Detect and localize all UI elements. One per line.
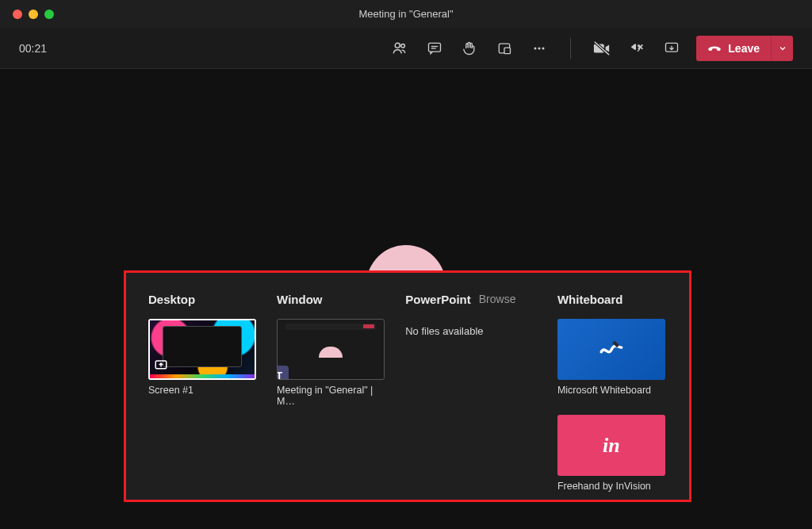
svg-point-8 <box>538 47 541 49</box>
camera-off-icon[interactable] <box>593 40 611 57</box>
share-content-tray: Desktop Screen #1 Window T Meeting in "G… <box>124 270 691 502</box>
share-window-item-1[interactable]: T <box>277 319 385 380</box>
share-overlay-icon <box>154 358 168 373</box>
share-column-whiteboard: Whiteboard Microsoft Whiteboard in Freeh… <box>557 289 667 492</box>
share-window-heading: Window <box>277 293 322 306</box>
chat-icon[interactable] <box>426 40 443 57</box>
share-desktop-heading: Desktop <box>148 293 195 306</box>
svg-point-0 <box>396 43 400 48</box>
maximize-window-button[interactable] <box>44 10 54 19</box>
more-actions-icon[interactable] <box>530 40 548 57</box>
share-column-powerpoint: PowerPoint Browse No files available <box>405 289 538 492</box>
leave-more-button[interactable] <box>771 36 793 61</box>
whiteboard-icon <box>598 336 625 363</box>
share-whiteboard-heading: Whiteboard <box>557 293 623 306</box>
invision-freehand-tile[interactable]: in <box>557 415 665 476</box>
close-window-button[interactable] <box>13 10 22 19</box>
microsoft-whiteboard-tile[interactable] <box>557 319 665 380</box>
separator <box>570 38 571 59</box>
svg-point-7 <box>534 47 537 49</box>
leave-button[interactable]: Leave <box>696 36 771 61</box>
participants-icon[interactable] <box>391 40 408 57</box>
hangup-icon <box>707 41 722 56</box>
raise-hand-icon[interactable] <box>461 40 478 57</box>
chevron-down-icon <box>778 44 787 53</box>
svg-rect-6 <box>504 48 511 53</box>
meeting-timer: 00:21 <box>19 42 47 55</box>
svg-rect-2 <box>429 43 441 52</box>
share-desktop-screen-1-label: Screen #1 <box>148 385 258 396</box>
svg-point-1 <box>401 44 405 48</box>
teams-app-icon: T <box>277 366 289 380</box>
window-traffic-lights <box>13 10 54 19</box>
leave-button-label: Leave <box>728 42 760 55</box>
invision-icon: in <box>603 434 620 458</box>
invision-freehand-label: Freehand by InVision <box>557 481 667 492</box>
meeting-controlbar: 00:21 <box>0 28 812 69</box>
titlebar: Meeting in "General" <box>0 0 812 28</box>
share-desktop-screen-1[interactable] <box>148 319 256 380</box>
share-column-window: Window T Meeting in "General" | M… <box>277 289 386 492</box>
share-column-desktop: Desktop Screen #1 <box>148 289 258 492</box>
browse-powerpoint-button[interactable]: Browse <box>479 293 516 305</box>
share-window-item-1-label: Meeting in "General" | M… <box>277 385 386 407</box>
share-screen-icon[interactable] <box>663 40 680 57</box>
mic-muted-icon[interactable] <box>628 40 645 57</box>
share-powerpoint-heading: PowerPoint <box>405 293 471 306</box>
minimize-window-button[interactable] <box>29 10 38 19</box>
window-title: Meeting in "General" <box>358 8 453 20</box>
microsoft-whiteboard-label: Microsoft Whiteboard <box>557 385 667 396</box>
powerpoint-empty-label: No files available <box>405 325 538 337</box>
breakout-rooms-icon[interactable] <box>496 40 513 57</box>
svg-point-9 <box>542 47 545 49</box>
